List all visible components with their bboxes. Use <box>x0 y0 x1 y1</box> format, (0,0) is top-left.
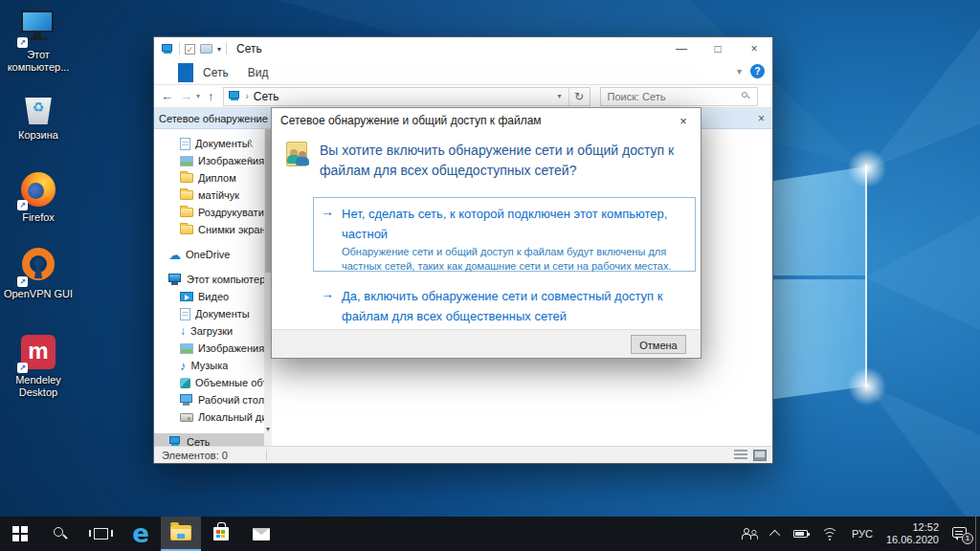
hidden-icons-button[interactable] <box>766 517 787 551</box>
search-box[interactable] <box>600 87 758 106</box>
pin-icon <box>247 157 255 165</box>
desktop-icon-this-pc[interactable]: ↗ Этот компьютер... <box>2 8 75 74</box>
cancel-button[interactable]: Отмена <box>631 335 686 354</box>
dialog-titlebar[interactable]: Сетевое обнаружение и общий доступ к фай… <box>272 108 701 133</box>
file-explorer-button[interactable] <box>161 517 201 551</box>
store-button[interactable] <box>201 517 241 551</box>
sidebar-item-screenshots[interactable]: Снимки экрана <box>154 221 264 238</box>
breadcrumb-location[interactable]: Сеть <box>254 90 279 103</box>
sidebar-item-music[interactable]: ♪ Музыка <box>154 357 264 374</box>
openvpn-icon: ↗ <box>19 247 57 285</box>
pin-icon <box>247 140 255 147</box>
sidebar-item-onedrive[interactable]: ☁ OneDrive <box>154 246 264 263</box>
folder-icon <box>180 225 193 234</box>
qat-dropdown-icon[interactable]: ▾ <box>217 45 221 54</box>
desktop-icon-label: Firefox <box>2 211 75 224</box>
mail-button[interactable] <box>241 517 281 551</box>
notification-badge: 1 <box>962 533 973 544</box>
desktop-icon-openvpn[interactable]: ↗ OpenVPN GUI <box>2 247 75 300</box>
folder-icon <box>180 208 193 217</box>
option-title: Да, включить обнаружение сети и совместн… <box>342 286 696 326</box>
sidebar-item-desktop[interactable]: Рабочий стол <box>154 391 264 408</box>
computer-icon <box>168 274 182 285</box>
close-button[interactable]: × <box>736 37 772 60</box>
properties-checkbox-icon[interactable]: ✓ <box>185 44 195 55</box>
dialog-heading: Вы хотите включить обнаружение сети и об… <box>320 141 683 181</box>
large-icons-view-icon[interactable] <box>753 450 767 461</box>
address-bar[interactable]: › Сеть ▾ ↻ <box>223 87 590 106</box>
desktop-icon-recycle-bin[interactable]: ♻ Корзина <box>2 88 75 142</box>
wifi-button[interactable] <box>814 517 845 551</box>
help-icon[interactable]: ? <box>750 64 765 78</box>
dialog-close-button[interactable]: × <box>667 109 700 132</box>
task-view-button[interactable] <box>80 517 121 551</box>
search-icon <box>54 527 67 540</box>
sidebar-item-documents-pinned[interactable]: Документы <box>154 135 264 152</box>
battery-icon <box>793 530 808 538</box>
sidebar-item-matiychuk[interactable]: матійчук <box>154 187 264 204</box>
option-description: Обнаружение сети и общий доступ к файлам… <box>342 245 679 274</box>
option-enable-discovery[interactable]: → Да, включить обнаружение сети и совмес… <box>313 286 696 326</box>
recent-locations-icon[interactable]: ▾ <box>196 92 200 100</box>
details-view-icon[interactable] <box>734 450 747 461</box>
show-desktop-button[interactable] <box>975 517 980 551</box>
search-input[interactable] <box>606 88 730 105</box>
folder-icon <box>180 190 193 200</box>
maximize-button[interactable]: □ <box>700 37 736 60</box>
new-folder-icon[interactable] <box>200 44 212 54</box>
this-pc-icon: ↗ <box>19 8 57 46</box>
sidebar-item-videos[interactable]: Видео <box>154 288 264 305</box>
expand-ribbon-icon[interactable]: ▾ <box>737 66 742 77</box>
people-button[interactable] <box>735 517 766 551</box>
up-button[interactable]: ↑ <box>208 89 214 103</box>
wifi-icon <box>821 528 838 540</box>
arrow-right-icon: → <box>321 286 342 326</box>
network-icon <box>228 91 241 101</box>
shortcut-arrow-icon: ↗ <box>17 37 28 48</box>
minimize-button[interactable]: — <box>663 37 700 60</box>
action-center-button[interactable]: 1 <box>946 517 975 551</box>
chevron-up-icon <box>769 530 780 540</box>
taskbar-search-button[interactable] <box>40 517 80 551</box>
file-tab[interactable] <box>178 63 193 82</box>
light-glow <box>845 364 889 408</box>
edge-button[interactable]: e <box>121 517 161 551</box>
sidebar-item-downloads[interactable]: ↓ Загрузки <box>154 322 264 340</box>
address-toolbar: ← → ▾ ↑ › Сеть ▾ ↻ <box>154 85 772 108</box>
refresh-icon[interactable]: ↻ <box>568 88 590 105</box>
scroll-down-icon[interactable]: ▼ <box>264 425 272 434</box>
network-discovery-dialog: Сетевое обнаружение и общий доступ к фай… <box>271 107 702 359</box>
picture-icon <box>180 156 193 166</box>
file-sharing-icon <box>284 142 313 170</box>
sidebar-item-3d-objects[interactable]: Объемные объе <box>154 374 264 391</box>
windows-logo-icon <box>12 526 28 541</box>
sidebar-item-pictures[interactable]: Изображения <box>154 340 264 357</box>
sidebar-item-this-pc[interactable]: Этот компьютер <box>154 271 264 288</box>
desktop-icon-label: Mendeley Desktop <box>2 374 75 399</box>
sidebar-item-documents[interactable]: Документы <box>154 305 264 322</box>
desktop-icon-firefox[interactable]: ↗ Firefox <box>2 170 75 224</box>
address-dropdown-icon[interactable]: ▾ <box>551 92 568 100</box>
sidebar-item-diplom[interactable]: Диплом <box>154 169 264 187</box>
clock[interactable]: 12:52 16.06.2020 <box>880 517 946 551</box>
option-make-network-private[interactable]: → Нет, сделать сеть, к которой подключен… <box>313 197 696 272</box>
ribbon-tabs: Сеть Вид <box>154 60 772 85</box>
tab-network[interactable]: Сеть <box>193 66 238 79</box>
desktop-icon-mendeley[interactable]: m ↗ Mendeley Desktop <box>2 333 75 399</box>
picture-icon <box>180 343 193 354</box>
tab-view[interactable]: Вид <box>238 66 278 79</box>
desktop-icon-label: Этот компьютер... <box>2 49 75 74</box>
sidebar-item-local-disk[interactable]: Локальный диск <box>154 408 264 426</box>
shortcut-arrow-icon: ↗ <box>17 276 28 287</box>
forward-button[interactable]: → <box>180 89 192 103</box>
language-indicator[interactable]: РУС <box>845 517 880 551</box>
start-button[interactable] <box>0 517 40 551</box>
battery-button[interactable] <box>787 517 814 551</box>
explorer-titlebar[interactable]: ✓ ▾ Сеть — □ × <box>154 37 772 60</box>
sidebar-item-rozdrukuvaty[interactable]: Роздрукувати <box>154 204 264 221</box>
sidebar-item-pictures-pinned[interactable]: Изображения <box>154 152 264 169</box>
notification-close-icon[interactable]: × <box>758 112 765 125</box>
back-button[interactable]: ← <box>161 89 173 103</box>
music-icon: ♪ <box>180 360 187 372</box>
downloads-icon: ↓ <box>180 325 186 337</box>
